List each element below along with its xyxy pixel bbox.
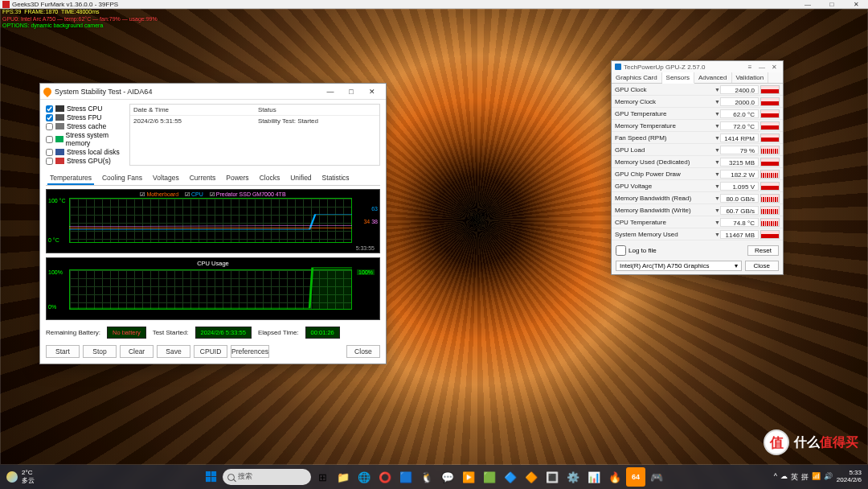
sensor-row-system-memory-used[interactable]: System Memory Used▼11467 MB bbox=[612, 228, 783, 240]
sensor-row-gpu-clock[interactable]: GPU Clock▼2400.0 MHz bbox=[612, 84, 783, 96]
tab-cooling-fans[interactable]: Cooling Fans bbox=[100, 172, 145, 185]
gpuz-tab-sensors[interactable]: Sensors bbox=[662, 72, 694, 84]
aida-minimize-button[interactable]: — bbox=[320, 84, 341, 99]
chevron-down-icon[interactable]: ▼ bbox=[714, 208, 720, 213]
app-icon-11[interactable]: 🔥 bbox=[605, 467, 624, 487]
chevron-down-icon[interactable]: ▼ bbox=[714, 159, 720, 165]
legend-ssd[interactable]: Predator SSD GM7000 4TB bbox=[210, 191, 286, 198]
close-button[interactable]: Close bbox=[346, 345, 380, 358]
gpuz-titlebar[interactable]: TechPowerUp GPU-Z 2.57.0 ≡ — ✕ bbox=[612, 61, 783, 72]
chevron-down-icon[interactable]: ▼ bbox=[714, 147, 720, 153]
start-button[interactable]: Start bbox=[46, 345, 80, 358]
outer-close-button[interactable]: ✕ bbox=[844, 1, 868, 8]
legend-cpu[interactable]: CPU bbox=[185, 191, 203, 198]
tray-chevron-icon[interactable]: ^ bbox=[774, 472, 777, 483]
gpuz-tab-graphics-card[interactable]: Graphics Card bbox=[612, 72, 662, 83]
app-icon-13[interactable]: 🎮 bbox=[647, 467, 666, 487]
app-icon-6[interactable]: 🔷 bbox=[501, 467, 520, 487]
chevron-down-icon[interactable]: ▼ bbox=[714, 123, 720, 129]
sensor-row-memory-bandwidth-read-[interactable]: Memory Bandwidth (Read)▼80.0 GB/s bbox=[612, 192, 783, 204]
cpuid-button[interactable]: CPUID bbox=[194, 345, 227, 358]
gpuz-close-button2[interactable]: Close bbox=[745, 261, 779, 271]
ime-indicator-2[interactable]: 拼 bbox=[801, 472, 809, 483]
taskbar-clock[interactable]: 5:33 2024/2/6 bbox=[837, 470, 862, 484]
tab-powers[interactable]: Powers bbox=[223, 172, 251, 185]
app-icon-8[interactable]: 🔳 bbox=[542, 467, 562, 487]
app-icon-1[interactable]: 🟦 bbox=[396, 467, 416, 487]
stress-check-stress-system-memory[interactable]: Stress system memory bbox=[46, 131, 126, 147]
taskbar-weather-widget[interactable]: 2°C 多云 bbox=[6, 469, 35, 485]
aida-maximize-button[interactable]: □ bbox=[341, 84, 362, 99]
app-icon-10[interactable]: 📊 bbox=[584, 467, 604, 487]
log-to-file-checkbox[interactable] bbox=[616, 245, 626, 256]
furmark-window-titlebar[interactable]: Geeks3D FurMark v1.36.0.0 - 39FPS — □ ✕ bbox=[0, 0, 868, 9]
aida-close-button[interactable]: ✕ bbox=[362, 84, 383, 99]
outer-minimize-button[interactable]: — bbox=[796, 1, 820, 8]
gpuz-tab-advanced[interactable]: Advanced bbox=[694, 72, 732, 83]
aida64-window[interactable]: System Stability Test - AIDA64 — □ ✕ Str… bbox=[39, 83, 387, 364]
stop-button[interactable]: Stop bbox=[83, 345, 117, 358]
stress-check-stress-fpu[interactable]: Stress FPU bbox=[46, 113, 126, 121]
save-button[interactable]: Save bbox=[157, 345, 190, 358]
tab-voltages[interactable]: Voltages bbox=[150, 172, 182, 185]
outer-maximize-button[interactable]: □ bbox=[820, 1, 844, 8]
sensor-row-memory-clock[interactable]: Memory Clock▼2000.0 MHz bbox=[612, 96, 783, 108]
gpu-device-dropdown[interactable]: Intel(R) Arc(TM) A750 Graphics ▾ bbox=[616, 261, 742, 271]
start-button[interactable] bbox=[202, 467, 221, 487]
clear-button[interactable]: Clear bbox=[120, 345, 154, 358]
explorer-icon[interactable]: 📁 bbox=[334, 467, 353, 487]
taskbar-search[interactable]: 搜索 bbox=[223, 469, 311, 485]
stress-check-stress-cpu[interactable]: Stress CPU bbox=[46, 105, 126, 113]
app-icon-3[interactable]: 💬 bbox=[438, 467, 457, 487]
stress-check-stress-cache[interactable]: Stress cache bbox=[46, 122, 126, 130]
sensor-row-cpu-temperature[interactable]: CPU Temperature▼74.8 °C bbox=[612, 216, 783, 228]
gpuz-minimize-button[interactable]: — bbox=[756, 64, 768, 71]
tab-currents[interactable]: Currents bbox=[187, 172, 219, 185]
app-icon-7[interactable]: 🔶 bbox=[522, 467, 541, 487]
sensor-row-gpu-temperature[interactable]: GPU Temperature▼62.0 °C bbox=[612, 108, 783, 120]
reset-button[interactable]: Reset bbox=[747, 245, 779, 256]
tab-temperatures[interactable]: Temperatures bbox=[47, 172, 94, 185]
tray-network-icon[interactable]: 📶 bbox=[812, 472, 821, 483]
chevron-down-icon[interactable]: ▼ bbox=[714, 111, 720, 117]
chevron-down-icon[interactable]: ▼ bbox=[714, 99, 720, 105]
tab-clocks[interactable]: Clocks bbox=[257, 172, 283, 185]
ime-indicator-1[interactable]: 英 bbox=[791, 472, 798, 483]
app-icon-5[interactable]: 🟩 bbox=[480, 467, 499, 487]
chevron-down-icon[interactable]: ▼ bbox=[714, 195, 720, 201]
tab-statistics[interactable]: Statistics bbox=[320, 172, 352, 185]
sensor-row-gpu-voltage[interactable]: GPU Voltage▼1.095 V bbox=[612, 180, 783, 192]
tab-unified[interactable]: Unified bbox=[288, 172, 313, 185]
tray-volume-icon[interactable]: 🔊 bbox=[824, 472, 833, 483]
aida64-titlebar[interactable]: System Stability Test - AIDA64 — □ ✕ bbox=[40, 84, 386, 100]
sensor-row-memory-temperature[interactable]: Memory Temperature▼72.0 °C bbox=[612, 120, 783, 132]
chevron-down-icon[interactable]: ▼ bbox=[714, 232, 720, 237]
gpuz-hamburger-button[interactable]: ≡ bbox=[744, 64, 755, 71]
app-icon-9[interactable]: ⚙️ bbox=[563, 467, 583, 487]
app-icon-2[interactable]: 🐧 bbox=[417, 467, 436, 487]
app-icon-4[interactable]: ▶️ bbox=[459, 467, 478, 487]
chevron-down-icon[interactable]: ▼ bbox=[714, 183, 720, 189]
sensor-row-fan-speed-rpm-[interactable]: Fan Speed (RPM)▼1414 RPM bbox=[612, 132, 783, 144]
system-tray[interactable]: ^ ☁ 英 拼 📶 🔊 bbox=[774, 472, 833, 483]
stress-check-stress-local-disks[interactable]: Stress local disks bbox=[46, 148, 126, 156]
stress-check-stress-gpu(s)[interactable]: Stress GPU(s) bbox=[46, 157, 126, 165]
gpuz-window[interactable]: TechPowerUp GPU-Z 2.57.0 ≡ — ✕ Graphics … bbox=[611, 60, 784, 275]
preferences-button[interactable]: Preferences bbox=[231, 345, 269, 358]
gpuz-close-button[interactable]: ✕ bbox=[768, 64, 780, 71]
sensor-row-memory-bandwidth-write-[interactable]: Memory Bandwidth (Write)▼60.7 GB/s bbox=[612, 204, 783, 216]
sensor-row-memory-used-dedicated-[interactable]: Memory Used (Dedicated)▼3215 MB bbox=[612, 156, 783, 168]
sensor-row-gpu-chip-power-draw[interactable]: GPU Chip Power Draw▼182.2 W bbox=[612, 168, 783, 180]
chrome-icon[interactable]: ⭕ bbox=[375, 467, 395, 487]
chevron-down-icon[interactable]: ▼ bbox=[714, 87, 720, 92]
legend-motherboard[interactable]: Motherboard bbox=[140, 191, 178, 198]
tray-onedrive-icon[interactable]: ☁ bbox=[780, 472, 788, 483]
app-icon-12[interactable]: 64 bbox=[626, 467, 645, 487]
task-view-icon[interactable]: ⊞ bbox=[313, 467, 332, 487]
gpuz-tab-validation[interactable]: Validation bbox=[732, 72, 769, 83]
taskbar[interactable]: 2°C 多云 搜索 ⊞ 📁 🌐 ⭕ 🟦 🐧 💬 ▶️ 🟩 🔷 🔶 🔳 ⚙️ 📊 … bbox=[0, 465, 868, 489]
chevron-down-icon[interactable]: ▼ bbox=[714, 220, 720, 225]
chevron-down-icon[interactable]: ▼ bbox=[714, 171, 720, 177]
sensor-row-gpu-load[interactable]: GPU Load▼79 % bbox=[612, 144, 783, 156]
chevron-down-icon[interactable]: ▼ bbox=[714, 135, 720, 141]
